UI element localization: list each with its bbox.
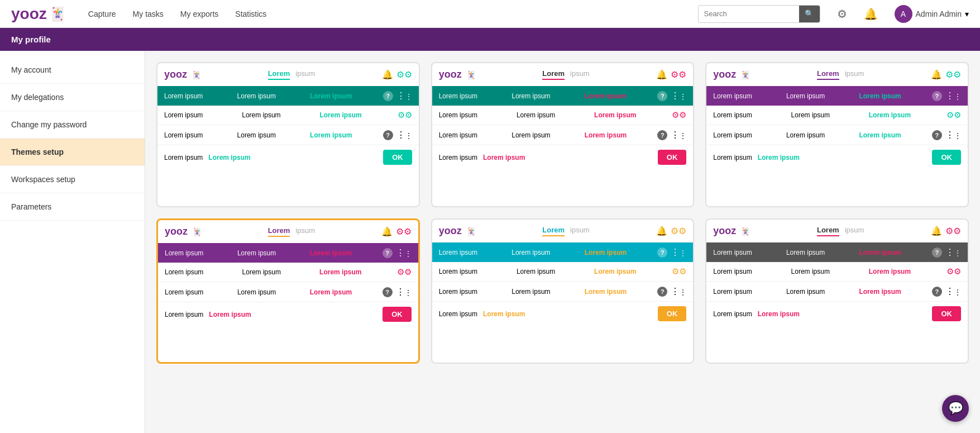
card-row1-3: Lorem ipsum Lorem ipsum Lorem ipsum ⚙ [706,106,968,125]
chat-fab-button[interactable]: 💬 [942,395,969,422]
sidebar-item-parameters[interactable]: Parameters [0,193,145,221]
card-gear-icon-1[interactable]: ⚙ [396,69,412,80]
card-row1-col2-2: Lorem ipsum [517,111,589,119]
theme-card-3[interactable]: yooz 🃏 Lorem ipsum 🔔 ⚙ Lorem ipsum Lorem… [705,62,969,207]
card-row2-dots-icon-6[interactable]: ⋮ [945,286,961,297]
card-row1-gear-icon-1[interactable]: ⚙ [398,110,412,120]
card-row1-col2-3: Lorem ipsum [791,111,863,119]
user-menu[interactable]: A Admin Admin ▾ [895,5,969,23]
settings-icon[interactable] [837,7,847,21]
card-row2-question-icon-3: ? [932,130,942,140]
search-input[interactable] [699,9,799,18]
sidebar-item-change-password[interactable]: Change my password [0,111,145,139]
notification-bell-icon[interactable]: 🔔 [864,7,878,21]
card-question-icon-1: ? [383,91,393,101]
card-ok-button-5[interactable]: OK [658,306,687,321]
card-row1-icons-4: ⚙ [397,267,412,277]
card-row2-4: Lorem ipsum Lorem ipsum Lorem ipsum ? ⋮ [158,282,418,302]
card-row2-dots-icon-5[interactable]: ⋮ [671,286,686,297]
card-tab-inactive-1[interactable]: ipsum [295,69,315,80]
nav-capture[interactable]: Capture [88,9,116,18]
theme-card-1[interactable]: yooz 🃏 Lorem ipsum 🔔 ⚙ Lorem ipsum Lorem… [156,62,420,207]
card-row1-col1-4: Lorem ipsum [165,268,237,276]
card-logo-6: yooz [713,225,736,237]
nav-my-exports[interactable]: My exports [180,9,218,18]
card-tab-active-6[interactable]: Lorem [817,226,839,236]
card-dots-icon-4[interactable]: ⋮ [396,248,412,258]
card-header-row-icons-5: ? ⋮ [657,247,686,258]
card-tab-active-2[interactable]: Lorem [542,69,565,80]
card-tab-inactive-2[interactable]: ipsum [570,69,590,80]
theme-card-2[interactable]: yooz 🃏 Lorem ipsum 🔔 ⚙ Lorem ipsum Lorem… [431,62,695,207]
nav-statistics[interactable]: Statistics [235,9,266,18]
card-ok-button-2[interactable]: OK [658,150,687,165]
sidebar-item-my-account[interactable]: My account [0,56,145,84]
card-tab-active-3[interactable]: Lorem [817,69,839,80]
card-row2-dots-icon-1[interactable]: ⋮ [396,130,412,140]
card-header-col3-1: Lorem ipsum [310,92,377,100]
card-footer-col1-3: Lorem ipsum [713,154,752,161]
card-ok-button-6[interactable]: OK [932,306,961,321]
theme-card-4[interactable]: yooz 🃏 Lorem ipsum 🔔 ⚙ Lorem ipsum Lorem… [156,218,420,364]
sidebar-item-my-delegations[interactable]: My delegations [0,84,145,111]
logo[interactable]: yooz 🃏 [11,5,66,23]
card-gear-icon-6[interactable]: ⚙ [945,226,961,236]
card-tabs-4: Lorem ipsum [206,226,377,237]
card-tab-active-4[interactable]: Lorem [268,226,290,237]
logo-text: yooz [11,5,47,23]
card-row1-gear-icon-4[interactable]: ⚙ [397,267,412,277]
card-bell-icon-3: 🔔 [931,69,942,80]
avatar: A [895,5,912,23]
card-gear-icon-5[interactable]: ⚙ [671,226,686,236]
card-row2-dots-icon-3[interactable]: ⋮ [945,130,961,140]
card-table-header-1: Lorem ipsum Lorem ipsum Lorem ipsum ? ⋮ [157,86,419,106]
card-row1-gear-icon-6[interactable]: ⚙ [946,267,961,277]
card-header-row-icons-6: ? ⋮ [932,247,961,258]
card-tab-inactive-6[interactable]: ipsum [845,226,864,236]
card-logo-icon-5: 🃏 [466,227,476,236]
card-row1-2: Lorem ipsum Lorem ipsum Lorem ipsum ⚙ [432,106,694,125]
card-row2-dots-icon-4[interactable]: ⋮ [396,287,412,297]
card-question-icon-2: ? [657,91,667,101]
card-tabs-5: Lorem ipsum [480,226,652,236]
card-footer-col2-6: Lorem ipsum [758,310,800,318]
card-row1-1: Lorem ipsum Lorem ipsum Lorem ipsum ⚙ [157,106,419,125]
sidebar-item-themes-setup[interactable]: Themes setup [0,139,145,166]
card-dots-icon-1[interactable]: ⋮ [396,91,412,101]
card-row1-gear-icon-5[interactable]: ⚙ [672,267,686,277]
card-row2-icons-3: ? ⋮ [932,130,961,140]
nav-my-tasks[interactable]: My tasks [133,9,164,18]
card-tab-inactive-4[interactable]: ipsum [295,226,315,237]
card-dots-icon-2[interactable]: ⋮ [671,91,686,101]
card-ok-button-3[interactable]: OK [932,150,961,165]
theme-card-6[interactable]: yooz 🃏 Lorem ipsum 🔔 ⚙ Lorem ipsum Lorem… [705,218,969,364]
card-dots-icon-6[interactable]: ⋮ [945,247,961,258]
card-gear-icon-2[interactable]: ⚙ [671,69,686,80]
card-row1-col1-3: Lorem ipsum [713,111,785,119]
card-row2-question-icon-1: ? [383,130,393,140]
card-ok-button-1[interactable]: OK [383,150,412,165]
card-gear-icon-4[interactable]: ⚙ [396,226,412,237]
card-tab-inactive-3[interactable]: ipsum [845,69,864,80]
card-logo-icon-6: 🃏 [740,227,750,236]
card-row1-col3-2: Lorem ipsum [594,111,666,119]
card-row1-gear-icon-3[interactable]: ⚙ [946,110,961,120]
card-ok-button-4[interactable]: OK [383,307,412,322]
card-row1-col1-2: Lorem ipsum [439,111,511,119]
card-tab-active-5[interactable]: Lorem [542,226,565,236]
card-row2-col1-2: Lorem ipsum [439,131,506,139]
search-button[interactable]: 🔍 [799,5,820,23]
card-row2-col1-3: Lorem ipsum [713,131,781,139]
card-row2-dots-icon-2[interactable]: ⋮ [671,130,686,140]
sidebar-item-workspaces-setup[interactable]: Workspaces setup [0,166,145,193]
card-row2-col1-1: Lorem ipsum [164,131,232,139]
card-dots-icon-3[interactable]: ⋮ [945,91,961,101]
theme-card-5[interactable]: yooz 🃏 Lorem ipsum 🔔 ⚙ Lorem ipsum Lorem… [431,218,695,364]
card-footer-col1-4: Lorem ipsum [165,311,203,318]
card-row1-gear-icon-2[interactable]: ⚙ [672,110,686,120]
card-gear-icon-3[interactable]: ⚙ [945,69,961,80]
card-dots-icon-5[interactable]: ⋮ [671,247,686,258]
card-tab-inactive-5[interactable]: ipsum [570,226,590,236]
chevron-down-icon: ▾ [965,9,969,18]
card-tab-active-1[interactable]: Lorem [268,69,290,80]
